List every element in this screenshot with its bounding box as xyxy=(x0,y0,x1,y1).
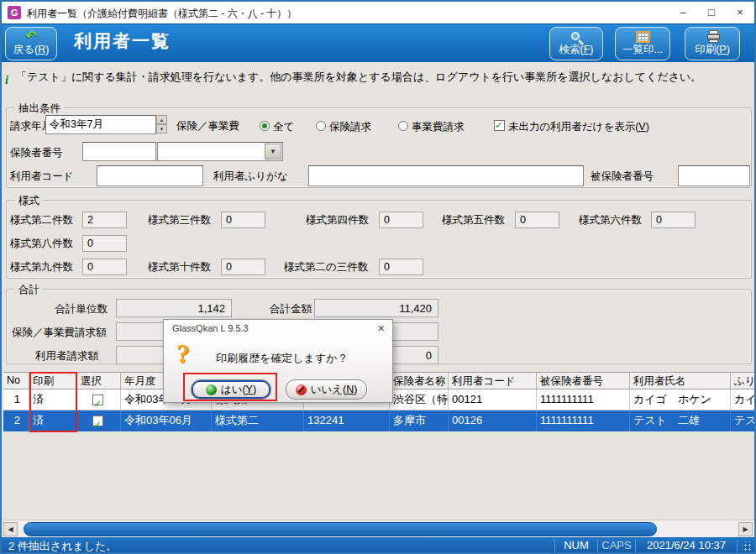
status-caps: CAPS xyxy=(599,539,634,551)
col-select[interactable]: 選択 xyxy=(77,372,121,389)
confirm-dialog: GlassQkan L 9.5.3 × ? 印刷履歴を確定しますか？ はい(Y)… xyxy=(163,319,393,403)
status-datetime: 2021/6/24 10:37 xyxy=(637,539,736,551)
cell-insurer-name: 多摩市 xyxy=(390,410,449,431)
total-amount-label: 合計金額 xyxy=(270,302,312,316)
user-kana-input[interactable] xyxy=(308,165,584,186)
info-message: 「テスト」に関する集計・請求処理を行ないます。他の事業所を対象とする場合は、ログ… xyxy=(16,69,748,85)
back-arrow-icon: ↶ xyxy=(6,28,56,44)
horizontal-scrollbar: ◀ ▶ xyxy=(2,520,754,537)
scroll-left-icon[interactable]: ◀ xyxy=(3,522,18,536)
form6-count-label: 様式第六件数 xyxy=(579,213,642,227)
forms-group-legend: 様式 xyxy=(15,194,43,208)
app-logo-icon: G xyxy=(8,6,21,19)
form10-count-label: 様式第十件数 xyxy=(148,260,211,274)
cell-insured-no: 1111111111 xyxy=(537,410,630,431)
form5-count-value: 0 xyxy=(515,212,559,228)
col-user-code[interactable]: 利用者コード xyxy=(449,372,537,389)
back-button[interactable]: ↶ 戻る(R) xyxy=(5,27,57,60)
titlebar: G 利用者一覧（介護給付費明細書（様式第二 - 六・八 - 十）） – □ × xyxy=(2,2,754,24)
dialog-close-icon[interactable]: × xyxy=(378,321,385,335)
cell-user-code: 00121 xyxy=(449,389,537,410)
spinner-up-button[interactable]: ▲ xyxy=(156,115,167,124)
billing-month-input[interactable] xyxy=(45,115,156,134)
cell-form: 様式第二 xyxy=(212,410,304,431)
cell-kana: テス xyxy=(731,410,756,431)
minimize-button[interactable]: – xyxy=(669,2,697,24)
col-insurer-name[interactable]: 保険者名称 xyxy=(390,372,449,389)
info-icon: i xyxy=(5,74,13,87)
total-units-value: 1,142 xyxy=(116,299,232,317)
cell-no: 1 xyxy=(3,389,29,410)
insurer-no-label: 保険者番号 xyxy=(10,146,63,160)
form6-count-value: 0 xyxy=(651,212,696,228)
search-button[interactable]: 検索(F) xyxy=(549,27,603,60)
window-title: 利用者一覧（介護給付費明細書（様式第二 - 六・八 - 十）） xyxy=(27,7,297,21)
user-code-label: 利用者コード xyxy=(10,170,74,184)
spinner-down-button[interactable]: ▼ xyxy=(156,124,167,133)
radio-insurance-claim-label[interactable]: 保険請求 xyxy=(329,120,371,134)
form2-count-value: 2 xyxy=(82,212,127,228)
cell-select xyxy=(77,389,121,410)
form9-count-label: 様式第九件数 xyxy=(10,260,73,274)
col-insured-no[interactable]: 被保険者番号 xyxy=(537,372,630,389)
row-checkbox[interactable] xyxy=(92,395,103,405)
cell-user-name: カイゴ ホケン xyxy=(630,389,731,410)
form3-count-label: 様式第三件数 xyxy=(148,213,211,227)
col-user-name[interactable]: 利用者氏名 xyxy=(630,372,731,389)
insurer-no-input[interactable] xyxy=(82,142,156,161)
form9-count-value: 0 xyxy=(82,259,127,275)
unprinted-only-checkbox[interactable] xyxy=(494,120,505,131)
scroll-right-icon[interactable]: ▶ xyxy=(738,522,753,536)
radio-business-claim[interactable] xyxy=(398,121,408,131)
app-window: G 利用者一覧（介護給付費明細書（様式第二 - 六・八 - 十）） – □ × … xyxy=(0,0,756,554)
no-icon xyxy=(296,384,307,395)
printer-icon xyxy=(707,30,720,43)
filter-group-legend: 抽出条件 xyxy=(15,102,64,116)
col-kana[interactable]: ふりがな xyxy=(731,372,756,389)
form4-count-label: 様式第四件数 xyxy=(306,213,369,227)
form8-count-label: 様式第八件数 xyxy=(10,237,73,251)
cell-kana: カイ xyxy=(731,389,756,410)
col-printed[interactable]: 印刷 xyxy=(29,372,77,389)
insured-no-label: 被保険者番号 xyxy=(591,170,654,184)
yes-icon xyxy=(206,384,217,395)
cell-insurer-name: 渋谷区（特... xyxy=(390,389,449,410)
cell-insured-no: 1111111111 xyxy=(537,389,630,410)
form3-count-value: 0 xyxy=(221,212,265,228)
col-no[interactable]: No xyxy=(3,372,29,389)
no-button[interactable]: いいえ(N) xyxy=(286,379,367,400)
radio-all[interactable] xyxy=(260,121,270,131)
radio-all-label[interactable]: 全て xyxy=(273,120,294,134)
unprinted-only-label[interactable]: 未出力の利用者だけを表示(V) xyxy=(508,120,649,134)
cell-user-name: テスト 二雄 xyxy=(630,410,731,431)
user-claim-label: 利用者請求額 xyxy=(35,349,98,363)
yes-button[interactable]: はい(Y) xyxy=(191,379,271,400)
form2-3-count-label: 様式第二の三件数 xyxy=(284,260,368,274)
user-kana-label: 利用者ふりがな xyxy=(213,170,288,184)
form5-count-label: 様式第五件数 xyxy=(442,213,505,227)
cell-select xyxy=(77,410,121,431)
total-units-label: 合計単位数 xyxy=(35,302,108,316)
table-row-selected[interactable]: 2 済 令和03年06月 様式第二 132241 多摩市 00126 11111… xyxy=(3,410,756,431)
cell-month: 令和03年06月 xyxy=(121,410,212,431)
form4-count-value: 0 xyxy=(379,212,423,228)
list-print-button[interactable]: 一覧印... xyxy=(615,27,670,60)
close-button[interactable]: × xyxy=(726,2,754,24)
combo-dropdown-icon[interactable]: ▼ xyxy=(265,144,281,159)
print-button[interactable]: 印刷(P) xyxy=(685,27,740,60)
row-checkbox[interactable] xyxy=(92,416,103,426)
scrollbar-thumb[interactable] xyxy=(24,522,657,536)
cell-insurer-no: 132241 xyxy=(304,410,390,431)
totals-group-legend: 合計 xyxy=(15,283,43,297)
cell-no: 2 xyxy=(3,410,29,431)
page-title: 利用者一覧 xyxy=(74,29,171,53)
radio-business-claim-label[interactable]: 事業費請求 xyxy=(412,120,465,134)
insured-no-input[interactable] xyxy=(678,165,750,186)
radio-insurance-claim[interactable] xyxy=(316,121,326,131)
cell-user-code: 00126 xyxy=(449,410,537,431)
maximize-button[interactable]: □ xyxy=(697,2,726,24)
insurance-type-label: 保険／事業費 xyxy=(176,119,239,133)
question-icon: ? xyxy=(176,338,190,369)
user-code-input[interactable] xyxy=(97,165,203,186)
resize-grip-icon[interactable] xyxy=(742,541,752,551)
